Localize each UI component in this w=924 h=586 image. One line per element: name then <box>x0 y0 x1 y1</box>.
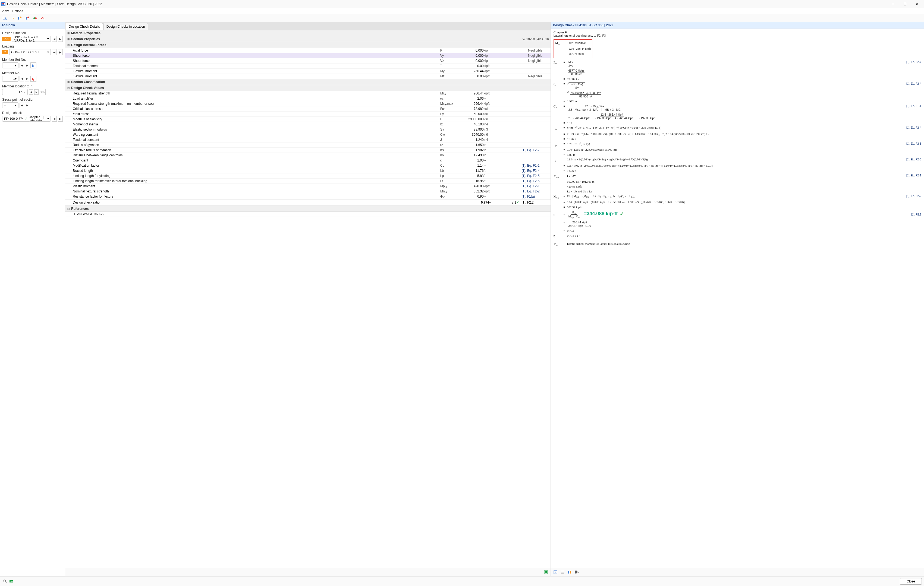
table-row[interactable]: Flexural momentMz0.00kipftNegligible <box>65 74 551 79</box>
table-row[interactable]: Required flexural strength (maximum on m… <box>65 101 551 106</box>
right-mini-toolbar: Σ ▾ <box>551 568 924 576</box>
memberset-prev-button[interactable]: ◀ <box>20 63 24 68</box>
table-row[interactable]: Coefficientc1.00-- <box>65 158 551 163</box>
expand-icon: ⊞ <box>67 32 70 35</box>
memberset-next-button[interactable]: ▶ <box>25 63 29 68</box>
svg-rect-10 <box>18 17 19 20</box>
loc-next-button[interactable]: ▶ <box>34 89 39 95</box>
menu-view[interactable]: View <box>2 9 9 13</box>
memberset-pick-button[interactable] <box>30 63 36 68</box>
svg-rect-26 <box>575 571 577 571</box>
collapse-icon: ⊟ <box>67 207 70 210</box>
svg-text:Σ: Σ <box>554 571 556 574</box>
svg-point-28 <box>3 580 6 582</box>
member-no-dropdown[interactable]: 1▾ <box>2 76 18 82</box>
table-row[interactable]: Limiting length for inelastic lateral-to… <box>65 179 551 184</box>
group-section-props[interactable]: ⊞Section PropertiesW 18x50 | AISC 16 <box>65 36 551 42</box>
design-check-dropdown[interactable]: FF4100 0.774 ✓ Chapter F | Lateral-to...… <box>2 115 51 122</box>
rt-btn-2[interactable] <box>559 569 566 575</box>
memberno-pick-button[interactable] <box>30 76 36 82</box>
table-row[interactable]: Effective radius of gyrationrts1.982in[1… <box>65 148 551 153</box>
dc-prev-button[interactable]: ◀ <box>52 115 57 122</box>
memberno-next-button[interactable]: ▶ <box>25 76 29 81</box>
table-row[interactable]: Axial forceP0.000kipNegligible <box>65 48 551 53</box>
main-toolbar <box>0 14 924 22</box>
stress-point-dropdown[interactable]: --▾ <box>2 102 18 108</box>
maximize-button[interactable] <box>899 0 911 8</box>
table-row[interactable]: Torsional momentT0.00kipft <box>65 64 551 69</box>
member-set-dropdown[interactable]: --▾ <box>2 63 18 68</box>
load-next-button[interactable]: ▶ <box>58 49 63 55</box>
toolbar-btn-2[interactable] <box>9 15 15 21</box>
result-highlight: =344.088 kip-ft✓ <box>584 211 624 217</box>
ds-next-button[interactable]: ▶ <box>58 36 63 42</box>
table-row[interactable]: Nominal flexural strengthMn,y382.32kipft… <box>65 189 551 194</box>
menu-options[interactable]: Options <box>12 9 23 13</box>
group-material-props[interactable]: ⊞Material Properties <box>65 30 551 36</box>
left-panel: To Show Design Situation 2.3 DS2 - Secti… <box>0 22 65 576</box>
table-row[interactable]: Critical elastic stressFcr73.982ksi <box>65 106 551 112</box>
toolbar-btn-3[interactable] <box>17 15 23 21</box>
highlighted-result: Mcr=αcr · Mr,y,max =2.06 · 266.44 kipft … <box>554 40 592 58</box>
group-references[interactable]: ⊟References <box>65 206 551 212</box>
sp-next-button[interactable]: ▶ <box>25 103 29 108</box>
loading-dropdown[interactable]: CO6 - 1.20D + 1.60L▾ <box>9 49 51 55</box>
svg-rect-12 <box>26 17 27 20</box>
right-panel: Design Check FF4100 | AISC 360 | 2022 Ch… <box>551 22 924 576</box>
table-row[interactable]: Distance between flange centroidsho17.43… <box>65 153 551 158</box>
chapter-label: Chapter F <box>554 31 921 34</box>
svg-text:0,00: 0,00 <box>10 581 13 583</box>
loc-toggle-button[interactable]: x/x₀ <box>40 89 46 95</box>
table-row[interactable]: Moment of inertiaIz40.100in4 <box>65 122 551 127</box>
group-check-values[interactable]: ⊟Design Check Values <box>65 85 551 91</box>
close-button[interactable]: Close <box>900 578 922 584</box>
member-loc-input[interactable] <box>2 89 28 95</box>
label-design-check: Design check <box>2 111 63 115</box>
table-row[interactable]: Load amplifierαcr2.06-- <box>65 96 551 101</box>
minimize-button[interactable] <box>887 0 899 8</box>
table-row[interactable]: Shear forceVy0.000kipNegligible <box>65 53 551 58</box>
toolbar-btn-5[interactable] <box>32 15 38 21</box>
ratio-row[interactable]: Design check ratio η 0.774 -- ≤ 1 ✓ [1],… <box>65 199 551 206</box>
toolbar-btn-1[interactable] <box>2 15 8 21</box>
table-row[interactable]: Limiting length for yieldingLp5.83ft[1],… <box>65 173 551 179</box>
ds-dropdown[interactable]: DS2 - Section 2.3 (LRFD), 1. to 5.▾ <box>12 36 51 42</box>
table-row[interactable]: Yield stressFy50.000ksi <box>65 112 551 117</box>
center-tabs: Design Check Details Design Checks in Lo… <box>65 22 551 30</box>
group-section-class[interactable]: ⊞Section Classification <box>65 79 551 85</box>
tab-location[interactable]: Design Checks in Location <box>104 23 148 30</box>
memberno-prev-button[interactable]: ◀ <box>20 76 24 81</box>
left-panel-header: To Show <box>0 22 65 28</box>
group-internal-forces[interactable]: ⊟Design Internal Forces <box>65 42 551 48</box>
app-icon <box>1 2 5 6</box>
svg-point-14 <box>33 17 35 19</box>
rt-btn-3[interactable] <box>567 569 573 575</box>
close-window-button[interactable] <box>911 0 923 8</box>
load-prev-button[interactable]: ◀ <box>52 49 57 55</box>
table-row[interactable]: Torsional constantJ1.240in4 <box>65 137 551 143</box>
foot-search-button[interactable] <box>2 578 8 584</box>
table-row[interactable]: Elastic section modulusSy88.900in3 <box>65 127 551 132</box>
label-member-set: Member Set No. <box>2 58 63 62</box>
ds-prev-button[interactable]: ◀ <box>52 36 57 42</box>
table-row[interactable]: Shear forceVz0.000kipNegligible <box>65 58 551 64</box>
loc-prev-button[interactable]: ◀ <box>29 89 33 95</box>
tab-details[interactable]: Design Check Details <box>66 23 103 30</box>
mid-export-button[interactable] <box>543 569 549 575</box>
table-row[interactable]: Modulus of elasticityE29000.000ksi <box>65 117 551 122</box>
table-row[interactable]: Braced lengthLb11.76ft[1], Eq. F2-4 <box>65 168 551 173</box>
rt-print-button[interactable]: ▾ <box>574 569 579 575</box>
table-row[interactable]: Plastic momentMp,y420.83kipft[1], Eq. F2… <box>65 184 551 189</box>
toolbar-btn-6[interactable] <box>40 15 46 21</box>
table-row[interactable]: Required flexural strengthMr,y266.44kipf… <box>65 91 551 96</box>
table-row[interactable]: Flexural momentMy266.44kipft <box>65 69 551 74</box>
dc-next-button[interactable]: ▶ <box>58 115 63 122</box>
table-row[interactable]: Resistance factor for flexureΦb0.90--[1]… <box>65 194 551 199</box>
rt-btn-1[interactable]: Σ <box>553 569 558 575</box>
table-row[interactable]: Modification factorCb1.14--[1], Eq. F1-1 <box>65 163 551 168</box>
table-row[interactable]: Warping constantCw3040.00in6 <box>65 132 551 137</box>
table-row[interactable]: Radius of gyrationrz1.650in <box>65 143 551 148</box>
foot-units-button[interactable]: 0,00 <box>8 578 14 584</box>
sp-prev-button[interactable]: ◀ <box>20 103 24 108</box>
toolbar-btn-4[interactable] <box>25 15 30 21</box>
